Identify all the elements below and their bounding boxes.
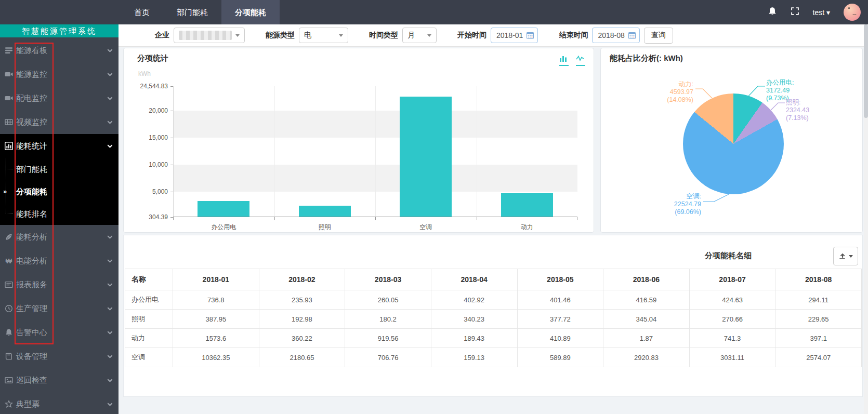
sidebar-item-8[interactable]: 报表服务 [0,273,119,297]
column-header: 2018-03 [345,269,431,290]
y-tick-mark [170,165,173,165]
value-cell: 1573.6 [173,329,259,348]
pie-label-照明: 照明:2324.43(7.13%) [786,99,809,122]
value-cell: 387.95 [173,310,259,329]
time-type-value: 月 [407,31,415,40]
value-cell: 260.05 [345,290,431,310]
start-time-input[interactable]: 2018-01 [491,28,538,43]
value-cell: 192.98 [259,310,345,329]
sidebar-item-label: 电能分析 [16,256,47,266]
sidebar-item-9[interactable]: 生产管理 [0,297,119,320]
bar-chart-toggle-icon[interactable] [559,55,569,66]
value-cell: 3031.11 [689,348,775,367]
bar-办公用电[interactable] [198,201,249,217]
end-time-label: 结束时间 [559,31,588,40]
sidebar-item-3[interactable]: 配电监控 [0,86,119,110]
column-header: 2018-08 [775,269,862,290]
query-button[interactable]: 查询 [644,28,673,44]
sidebar-item-label: 能耗统计 [16,141,47,151]
bar-空调[interactable] [400,97,452,217]
user-menu[interactable]: test ▾ [813,8,830,17]
chevron-down-icon [427,34,431,37]
x-category-label: 办公用电 [211,223,236,232]
bar-动力[interactable] [501,193,553,217]
scrollbar-thumb[interactable] [864,24,868,118]
grid-vline [477,86,477,217]
clock-icon [5,304,13,313]
export-button[interactable] [833,247,858,265]
y-tick-label: 24,544.83 [119,83,168,90]
sidebar-item-2[interactable]: 能源监控 [0,62,119,86]
sidebar-item-label: 设备管理 [16,352,47,362]
value-cell: 159.13 [431,348,517,367]
camera-icon [5,94,13,102]
value-cell: 736.8 [173,290,259,310]
sidebar-item-7[interactable]: ₩电能分析 [0,249,119,273]
end-time-input[interactable]: 2018-08 [592,28,639,43]
sidebar-subitem-2[interactable]: »分项能耗 [0,180,119,203]
sidebar-item-label: 视频监控 [16,117,47,127]
pie-chart[interactable] [683,94,784,194]
energy-type-select[interactable]: 电 [299,28,348,43]
x-category-label: 动力 [521,223,533,232]
sidebar-item-6[interactable]: 能耗分析 [0,225,119,249]
column-header: 名称 [125,269,173,290]
sidebar-item-5[interactable]: 能耗统计 [0,134,119,158]
chevron-down-icon [339,34,343,37]
value-cell: 340.23 [431,310,517,329]
chevron-down-icon [107,330,112,335]
bar-照明[interactable] [299,206,351,217]
bar-chart-icon [5,142,13,150]
bar-chart-panel: 分项统计 kWh 304.395,00010,00015,00020,00024… [123,48,594,233]
dashboard-icon [5,46,13,55]
value-cell: 919.56 [345,329,431,348]
sidebar-item-11[interactable]: 设备管理 [0,344,119,368]
pie-label-动力: 动力:4593.97(14.08%) [667,81,693,104]
enterprise-label: 企业 [155,31,169,40]
value-cell: 397.1 [775,329,862,348]
sidebar-subitem-1[interactable]: 部门能耗 [0,158,119,180]
app-subtitle: 智慧能源管理系统 [0,24,119,37]
book-icon [5,352,13,360]
column-header: 2018-02 [259,269,345,290]
image-icon [5,376,13,384]
row-name-cell: 动力 [125,329,173,348]
x-tick-mark [577,217,577,220]
x-category-label: 照明 [319,223,331,232]
sidebar-subitem-3[interactable]: 能耗排名 [0,203,119,225]
bar-chart-title: 分项统计 [137,54,168,63]
y-tick-label: 20,000 [119,107,168,114]
detail-table: 名称2018-012018-022018-032018-042018-05201… [125,269,862,367]
report-icon [5,281,13,289]
avatar[interactable] [844,4,861,21]
sidebar-item-10[interactable]: 告警中心 [0,320,119,344]
sidebar-item-1[interactable]: 能源看板 [0,38,119,62]
pie-chart-panel: 能耗占比分析(: kWh) 办公用电:3172.49(9.73%)照明:2324… [600,48,863,233]
sidebar-item-4[interactable]: 视频监控 [0,110,119,134]
tab-3[interactable]: 分项能耗 [221,0,280,24]
main-content: 企业 能源类型 电 时间类型 月 开始时间 2018-01 结束时间 2018-… [119,24,868,414]
tab-2[interactable]: 部门能耗 [163,0,221,24]
time-type-select[interactable]: 月 [402,28,437,43]
chevron-down-icon [107,119,112,125]
sidebar-subitem-label: 部门能耗 [16,158,47,180]
filter-bar: 企业 能源类型 电 时间类型 月 开始时间 2018-01 结束时间 2018-… [119,24,868,47]
enterprise-select[interactable] [174,28,245,43]
user-name: test ▾ [813,8,830,17]
table-row: 动力1573.6360.22919.56189.43410.891.87741.… [125,329,862,348]
line-chart-toggle-icon[interactable] [576,55,585,66]
value-cell: 229.65 [775,310,862,329]
sidebar-item-13[interactable]: 典型票 [0,392,119,414]
notification-bell-icon[interactable] [768,7,777,18]
sidebar-item-label: 能源看板 [16,46,47,56]
fullscreen-icon[interactable] [791,7,799,18]
tab-1[interactable]: 首页 [121,0,163,24]
y-tick-mark [170,192,173,192]
pie-label-空调: 空调:22524.79(69.06%) [674,193,701,216]
vertical-scrollbar[interactable] [864,24,868,414]
sidebar-subitem-label: 能耗排名 [16,203,47,225]
table-row: 照明387.95192.98180.2340.23377.72345.04270… [125,310,862,329]
export-icon [838,252,846,260]
sidebar-item-12[interactable]: 巡回检查 [0,368,119,392]
chevron-down-icon [107,48,112,53]
